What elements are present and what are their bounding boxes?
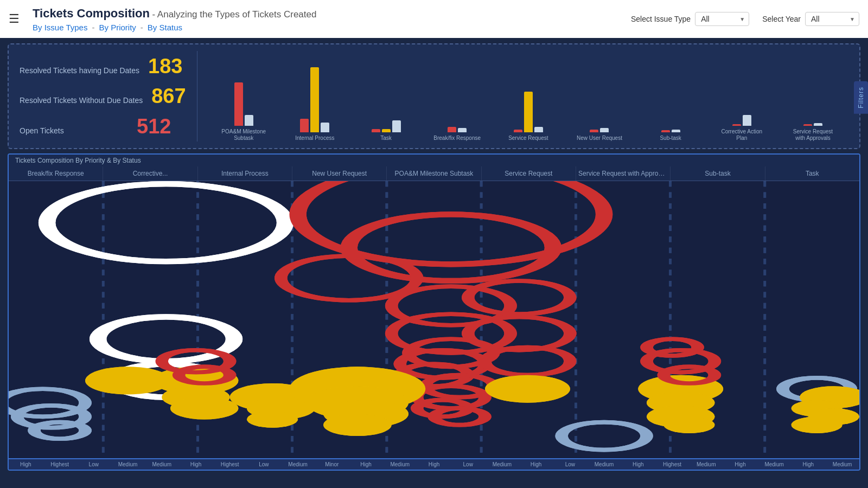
bar-group-1: Internal Process [279, 51, 350, 142]
x-axis-label-15: High [519, 461, 553, 467]
header-left: Tickets Composition - Analyzing the Type… [33, 7, 316, 32]
bar-3-0 [448, 127, 456, 132]
subtitle-text: - Analyzing the Types of Tickets Created [152, 9, 316, 20]
bar-group-6: Sub-task [635, 51, 706, 142]
scatter-body [9, 181, 859, 458]
x-axis-label-24: Medium [825, 461, 859, 467]
scatter-columns: Break/fix ResponseCorrective...Internal … [9, 166, 859, 181]
bar-0-2 [245, 115, 253, 126]
x-axis-label-13: Low [451, 461, 485, 467]
bars-row-4 [493, 51, 564, 132]
scatter-col-header-2: Internal Process [198, 166, 292, 181]
scatter-circle-34 [561, 422, 647, 450]
bar-group-5: New User Request [564, 51, 635, 142]
bar-group-label-2: Task [380, 135, 392, 142]
header: ☰ Tickets Composition - Analyzing the Ty… [0, 0, 868, 38]
bars-row-1 [279, 51, 350, 132]
bar-5-0 [590, 130, 598, 132]
issue-type-select-wrapper[interactable]: All [695, 12, 749, 26]
bar-1-2 [321, 123, 329, 132]
x-axis-label-18: High [621, 461, 655, 467]
nav-sep-2: - [141, 23, 143, 32]
x-axis-label-14: Medium [485, 461, 519, 467]
x-axis-label-5: High [179, 461, 213, 467]
x-axis-label-12: High [417, 461, 451, 467]
x-axis-label-19: Highest [655, 461, 690, 467]
issue-type-select[interactable]: All [695, 12, 749, 26]
scatter-circle-39 [792, 416, 843, 433]
x-axis-label-20: Medium [689, 461, 723, 467]
x-axis-label-10: High [349, 461, 383, 467]
bar-7-0 [732, 124, 741, 126]
bar-2-2 [392, 120, 401, 132]
bars-row-6 [635, 51, 706, 132]
bar-0-0 [234, 82, 243, 126]
hamburger-icon[interactable]: ☰ [9, 12, 20, 26]
scatter-col-header-8: Task [765, 166, 859, 181]
scatter-svg [9, 181, 859, 458]
scatter-circle-4 [349, 214, 553, 281]
x-axis-label-8: Medium [281, 461, 315, 467]
year-label: Select Year [762, 15, 801, 23]
scatter-subtitle: Tickets Composition By Priority & By Sta… [9, 155, 859, 166]
bar-group-7: Corrective Action Plan [706, 51, 777, 142]
nav-by-issue-types[interactable]: By Issue Types [33, 23, 87, 32]
year-select-wrapper[interactable]: All [805, 12, 859, 26]
bar-1-0 [300, 119, 309, 132]
kpi-value-3: 512 [137, 116, 171, 137]
bar-group-label-4: Service Request [508, 135, 548, 142]
bar-group-2: Task [350, 51, 422, 142]
scatter-circle-47 [647, 339, 698, 356]
kpi-label-3: Open Tickets [20, 126, 128, 135]
x-axis-label-3: Medium [111, 461, 145, 467]
bar-2-1 [382, 129, 391, 132]
kpi-label-2: Resolved Tickets Without Due Dates [20, 96, 143, 105]
scatter-circle-0 [47, 184, 285, 261]
page-title: Tickets Composition - Analyzing the Type… [33, 7, 316, 21]
bar-group-label-3: Break/fix Response [433, 135, 481, 142]
scatter-circle-42 [34, 422, 85, 439]
kpi-label-1: Resolved Tickets having Due Dates [20, 66, 139, 75]
kpi-row-resolved-without-dates: Resolved Tickets Without Due Dates 867 [20, 86, 186, 106]
bar-group-8: Service Request with Approvals [777, 51, 848, 142]
scatter-circle-21 [170, 397, 238, 420]
issue-type-label: Select Issue Type [631, 15, 691, 23]
filters-tab[interactable]: Filters [854, 81, 868, 114]
scatter-circle-15 [468, 281, 570, 314]
kpi-value-1: 183 [148, 56, 182, 76]
scatter-col-header-0: Break/fix Response [9, 166, 103, 181]
x-axis-label-6: Highest [213, 461, 247, 467]
kpi-section: Resolved Tickets having Due Dates 183 Re… [20, 51, 197, 142]
scatter-col-header-5: Service Request [482, 166, 576, 181]
bar-group-3: Break/fix Response [422, 51, 493, 142]
main-content: Filters Resolved Tickets having Due Date… [0, 38, 868, 488]
bar-chart-section: POA&M Milestone SubtaskInternal ProcessT… [197, 51, 848, 142]
x-axis-label-9: Minor [315, 461, 349, 467]
scatter-circle-28 [323, 414, 391, 436]
bar-4-0 [514, 130, 522, 132]
scatter-circle-24 [247, 411, 298, 428]
nav-by-status[interactable]: By Status [148, 23, 182, 32]
bars-row-0 [208, 51, 279, 126]
header-nav: By Issue Types - By Priority - By Status [33, 23, 316, 32]
bars-row-3 [422, 51, 493, 132]
bars-row-8 [777, 51, 848, 126]
bar-2-0 [372, 129, 380, 132]
bar-6-2 [672, 130, 680, 132]
x-axis-label-7: Low [247, 461, 281, 467]
x-axis-label-22: Medium [757, 461, 792, 467]
bar-8-0 [803, 124, 812, 126]
bar-group-label-5: New User Request [577, 135, 622, 142]
nav-by-priority[interactable]: By Priority [99, 23, 136, 32]
bar-5-2 [600, 128, 609, 132]
scatter-col-header-4: POA&M Milestone Subtask [387, 166, 481, 181]
bar-1-1 [310, 67, 319, 132]
bar-group-4: Service Request [493, 51, 564, 142]
scatter-col-header-3: New User Request [292, 166, 387, 181]
bar-group-0: POA&M Milestone Subtask [208, 51, 279, 142]
year-select[interactable]: All [805, 12, 859, 26]
issue-type-filter-group: Select Issue Type All [631, 12, 749, 26]
x-axis-label-0: High [9, 461, 43, 467]
kpi-row-open-tickets: Open Tickets 512 [20, 116, 186, 137]
kpi-value-2: 867 [151, 86, 186, 106]
